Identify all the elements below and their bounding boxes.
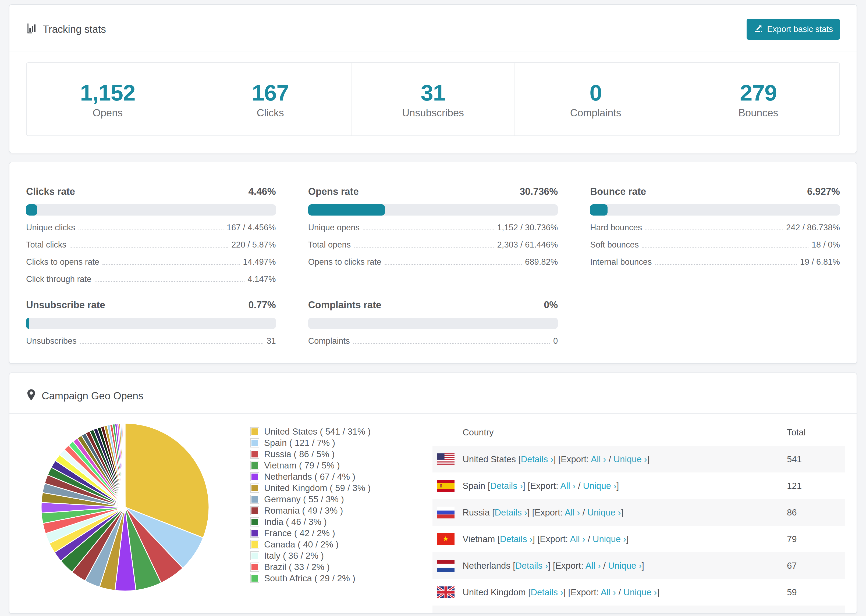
progress-fill: [26, 318, 29, 329]
rate-head: Unsubscribe rate0.77%: [26, 299, 276, 311]
legend-item-france[interactable]: France ( 42 / 2% ): [250, 528, 401, 539]
legend-item-russia[interactable]: Russia ( 86 / 5% ): [250, 449, 401, 460]
legend-item-south-africa[interactable]: South Africa ( 29 / 2% ): [250, 573, 401, 584]
metric-value: 19 / 6.81%: [800, 257, 840, 267]
metric-value: 14.497%: [243, 257, 276, 267]
country-name: United Kingdom [: [463, 587, 531, 597]
export-unique-link[interactable]: Unique ›: [597, 614, 630, 614]
export-unique-link[interactable]: Unique ›: [608, 561, 642, 570]
legend-item-united-states[interactable]: United States ( 541 / 31% ): [250, 426, 401, 437]
export-label: ] [Export:: [553, 454, 590, 464]
details-link[interactable]: Details ›: [521, 454, 553, 464]
legend-item-brazil[interactable]: Brazil ( 33 / 2% ): [250, 561, 401, 573]
export-unique-link[interactable]: Unique ›: [593, 534, 627, 544]
link-separator: /: [601, 561, 608, 570]
progress-track: [308, 318, 558, 329]
export-all-link[interactable]: All ›: [565, 508, 580, 517]
export-unique-link[interactable]: Unique ›: [583, 481, 617, 491]
geo-legend: United States ( 541 / 31% )Spain ( 121 /…: [250, 413, 401, 584]
legend-item-germany[interactable]: Germany ( 55 / 3% ): [250, 494, 401, 505]
export-all-link[interactable]: All ›: [601, 587, 616, 597]
column-header-country: Country: [433, 427, 787, 438]
geo-pie: [39, 421, 211, 593]
export-unique-link[interactable]: Unique ›: [587, 508, 621, 517]
export-unique-link[interactable]: Unique ›: [614, 454, 647, 464]
export-all-link[interactable]: All ›: [570, 534, 585, 544]
metric-label: Total opens: [308, 240, 351, 250]
total-cell: 59: [787, 587, 845, 597]
export-all-link[interactable]: All ›: [591, 454, 606, 464]
stat-value: 0: [589, 80, 602, 105]
legend-item-spain[interactable]: Spain ( 121 / 7% ): [250, 437, 401, 449]
metric-row: Click through rate4.147%: [26, 274, 276, 284]
flag-icon-de: [437, 613, 455, 614]
link-separator: /: [606, 454, 614, 464]
dotted-leader: [353, 343, 550, 344]
metric-row: Unique opens1,152 / 30.736%: [308, 223, 558, 233]
table-row-main: United Kingdom [Details ›] [Export: All …: [433, 586, 787, 598]
rate-title: Unsubscribe rate: [26, 299, 105, 311]
table-row-us: United States [Details ›] [Export: All ›…: [433, 446, 845, 473]
rate-block-clicks-rate: Clicks rate4.46%Unique clicks167 / 4.456…: [26, 186, 276, 284]
export-icon: [754, 24, 763, 35]
legend-label: Spain ( 121 / 7% ): [264, 438, 335, 448]
progress-fill: [26, 204, 37, 215]
legend-label: United States ( 541 / 31% ): [264, 426, 371, 437]
country-name: Russia [: [463, 508, 494, 517]
details-link[interactable]: Details ›: [490, 481, 523, 491]
details-link[interactable]: Details ›: [504, 614, 537, 614]
metric-value: 220 / 5.87%: [231, 240, 276, 250]
legend-item-vietnam[interactable]: Vietnam ( 79 / 5% ): [250, 460, 401, 471]
tracking-stats-title-wrap: Tracking stats: [26, 23, 106, 36]
legend-item-united-kingdom[interactable]: United Kingdom ( 59 / 3% ): [250, 482, 401, 494]
export-label: ] [Export:: [563, 587, 601, 597]
legend-item-canada[interactable]: Canada ( 40 / 2% ): [250, 539, 401, 550]
legend-item-italy[interactable]: Italy ( 36 / 2% ): [250, 550, 401, 561]
dotted-leader: [102, 264, 239, 265]
geo-content: United States ( 541 / 31% )Spain ( 121 /…: [9, 413, 857, 614]
progress-track: [590, 204, 840, 215]
country-name: Germany [: [463, 614, 504, 614]
page: Tracking stats Export basic stats 1,152O…: [0, 0, 866, 614]
closing-bracket: ]: [621, 508, 624, 517]
page-title: Tracking stats: [43, 24, 106, 35]
metric-label: Soft bounces: [590, 240, 639, 250]
rate-value: 0%: [544, 299, 558, 311]
metric-row: Total opens2,303 / 61.446%: [308, 240, 558, 250]
rates-grid: Clicks rate4.46%Unique clicks167 / 4.456…: [26, 186, 840, 346]
details-link[interactable]: Details ›: [515, 561, 548, 570]
country-cell: Vietnam [Details ›] [Export: All › / Uni…: [463, 534, 629, 544]
details-link[interactable]: Details ›: [500, 534, 532, 544]
legend-label: United Kingdom ( 59 / 3% ): [264, 483, 371, 493]
closing-bracket: ]: [626, 534, 628, 544]
rate-block-unsubscribe-rate: Unsubscribe rate0.77%Unsubscribes31: [26, 299, 276, 346]
rate-title: Bounce rate: [590, 186, 646, 197]
export-all-link[interactable]: All ›: [574, 614, 589, 614]
geo-table-header: Country Total: [433, 419, 845, 446]
export-all-link[interactable]: All ›: [560, 481, 576, 491]
details-link[interactable]: Details ›: [494, 508, 527, 517]
details-link[interactable]: Details ›: [531, 587, 563, 597]
pie-slice[interactable]: [124, 423, 125, 507]
export-basic-stats-button[interactable]: Export basic stats: [746, 19, 840, 40]
link-separator: /: [580, 508, 587, 517]
legend-swatch: [250, 574, 259, 583]
legend-item-romania[interactable]: Romania ( 49 / 3% ): [250, 505, 401, 516]
export-unique-link[interactable]: Unique ›: [624, 587, 657, 597]
flag-icon-vn: [437, 533, 455, 545]
legend-label: Canada ( 40 / 2% ): [264, 539, 339, 550]
table-row-main: Netherlands [Details ›] [Export: All › /…: [433, 560, 787, 572]
closing-bracket: ]: [642, 561, 644, 570]
metric-row: Internal bounces19 / 6.81%: [590, 257, 840, 267]
legend-label: South Africa ( 29 / 2% ): [264, 573, 355, 583]
legend-item-netherlands[interactable]: Netherlands ( 67 / 4% ): [250, 471, 401, 482]
metric-label: Internal bounces: [590, 257, 652, 267]
total-cell: 121: [787, 481, 845, 491]
metric-label: Complaints: [308, 336, 350, 346]
export-all-link[interactable]: All ›: [586, 561, 601, 570]
metric-value: 689.82%: [525, 257, 558, 267]
legend-item-india[interactable]: India ( 46 / 3% ): [250, 516, 401, 528]
bar-chart-icon: [26, 23, 38, 36]
dotted-leader: [642, 247, 808, 248]
rate-value: 4.46%: [249, 186, 276, 197]
